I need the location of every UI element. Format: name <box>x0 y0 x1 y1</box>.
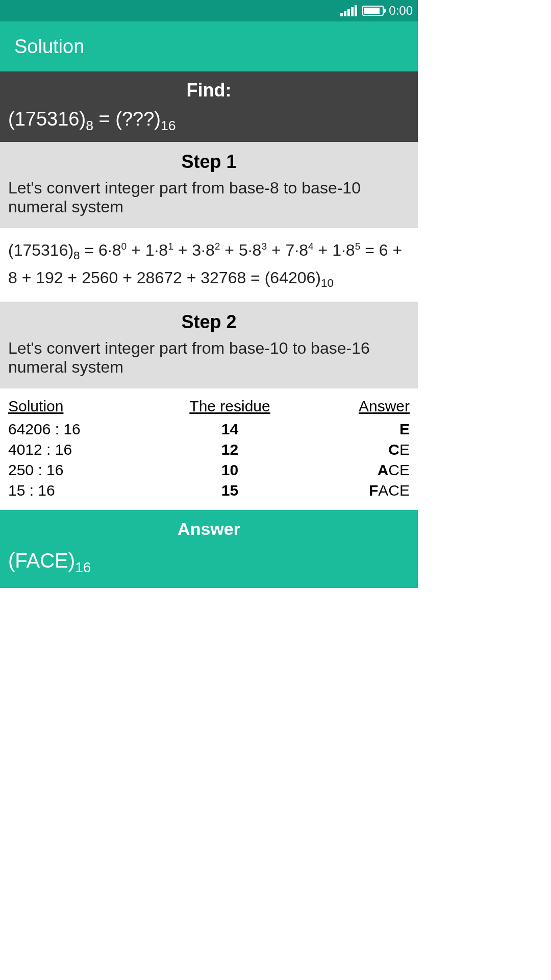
step2-title: Step 2 <box>8 311 410 333</box>
table-row: 15 : 1615FACE <box>8 480 410 501</box>
find-expression: (175316)8 = (???)16 <box>8 108 410 134</box>
step2-header: Step 2 Let's convert integer part from b… <box>0 302 418 388</box>
step1-body: (175316)8 = 6·80 + 1·81 + 3·82 + 5·83 + … <box>0 228 418 302</box>
status-bar: 0:00 <box>0 0 418 21</box>
signal-icon <box>340 5 357 16</box>
col-solution: Solution <box>8 398 151 419</box>
answer-expression: (FACE)16 <box>8 549 410 576</box>
answer-label: Answer <box>8 519 410 539</box>
division-table: Solution The residue Answer 64206 : 1614… <box>8 398 410 501</box>
battery-icon <box>362 6 384 16</box>
answer-block: Answer (FACE)16 <box>0 510 418 588</box>
find-block: Find: (175316)8 = (???)16 <box>0 71 418 142</box>
step1-header: Step 1 Let's convert integer part from b… <box>0 142 418 228</box>
col-answer: Answer <box>309 398 410 419</box>
col-residue: The residue <box>151 398 310 419</box>
app-bar: Solution <box>0 21 418 71</box>
step2-table-block: Solution The residue Answer 64206 : 1614… <box>0 388 418 510</box>
table-row: 4012 : 1612CE <box>8 439 410 460</box>
page-title: Solution <box>14 36 84 58</box>
status-time: 0:00 <box>389 4 413 18</box>
find-label: Find: <box>8 80 410 101</box>
content-scroll[interactable]: Find: (175316)8 = (???)16 Step 1 Let's c… <box>0 71 418 743</box>
table-row: 250 : 1610ACE <box>8 460 410 480</box>
table-row: 64206 : 1614E <box>8 419 410 439</box>
step1-title: Step 1 <box>8 151 410 173</box>
step1-desc: Let's convert integer part from base-8 t… <box>8 179 410 216</box>
step2-desc: Let's convert integer part from base-10 … <box>8 339 410 377</box>
